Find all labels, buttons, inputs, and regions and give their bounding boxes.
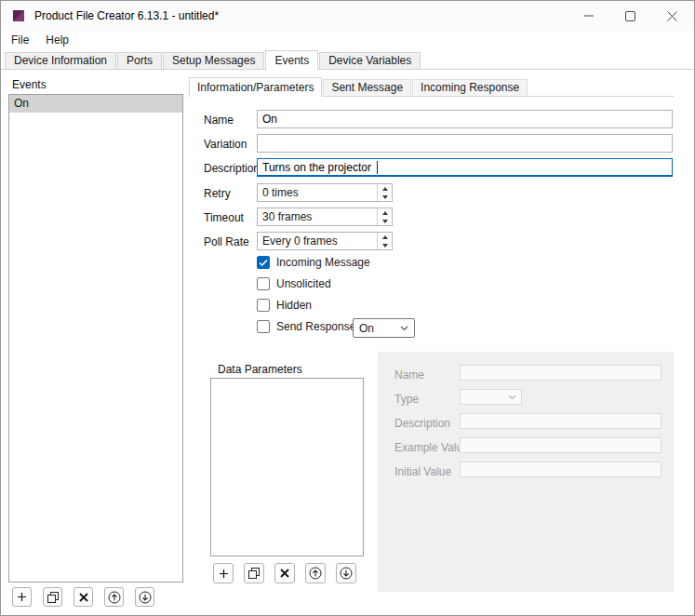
text-cursor (377, 161, 378, 174)
add-event-button[interactable] (12, 587, 32, 607)
retry-label: Retry (204, 187, 231, 200)
parameter-type-label: Type (394, 393, 419, 406)
parameter-example-value-label: Example Value (394, 441, 469, 454)
close-button[interactable] (651, 1, 693, 31)
data-parameters-toolbar (213, 563, 356, 583)
spin-down-icon (382, 220, 388, 223)
send-response-dropdown[interactable]: On (353, 318, 415, 338)
variation-input[interactable] (257, 134, 673, 153)
retry-spin-buttons (377, 184, 392, 201)
tab-events[interactable]: Events (265, 50, 318, 70)
poll-rate-label: Poll Rate (204, 235, 249, 248)
timeout-value: 30 frames (258, 208, 377, 225)
hidden-label: Hidden (276, 298, 312, 313)
app-icon (11, 8, 26, 23)
delete-parameter-button[interactable] (274, 563, 295, 583)
unsolicited-label: Unsolicited (276, 276, 331, 291)
tab-device-information[interactable]: Device Information (5, 52, 116, 69)
add-icon (219, 569, 229, 579)
parameter-initial-value-input (460, 462, 662, 477)
delete-icon (79, 593, 88, 602)
menu-item-help[interactable]: Help (37, 31, 77, 50)
poll-rate-value: Every 0 frames (258, 233, 377, 249)
copy-icon (47, 592, 59, 603)
parameter-name-label: Name (394, 368, 424, 382)
poll-rate-spin-buttons (377, 233, 392, 249)
chevron-down-icon (400, 326, 408, 331)
add-parameter-button[interactable] (213, 563, 234, 583)
parameter-description-label: Description (394, 417, 450, 430)
unsolicited-checkbox[interactable] (257, 277, 270, 290)
title-bar[interactable]: Product File Creator 6.13.1 - untitled* (1, 1, 694, 31)
description-label: Description (204, 162, 260, 175)
hidden-checkbox[interactable] (257, 299, 270, 312)
duplicate-parameter-button[interactable] (244, 563, 264, 583)
incoming-message-label: Incoming Message (276, 255, 370, 270)
events-toolbar (12, 587, 154, 607)
send-response-checkbox[interactable] (257, 320, 270, 333)
move-up-icon (309, 567, 322, 580)
spin-down-icon (382, 244, 388, 248)
send-response-row: Send Response (257, 319, 355, 334)
parameter-description-input (460, 413, 662, 429)
spin-up-icon (382, 187, 388, 191)
retry-spinbox[interactable]: 0 times (257, 183, 393, 202)
poll-rate-spin-up-button[interactable] (378, 233, 392, 241)
maximize-icon (625, 11, 635, 21)
timeout-spin-down-button[interactable] (378, 217, 392, 225)
tab-device-variables[interactable]: Device Variables (319, 52, 421, 69)
incoming-message-row: Incoming Message (257, 255, 370, 270)
menu-item-file[interactable]: File (3, 31, 37, 50)
minimize-icon (584, 11, 594, 20)
incoming-message-checkbox[interactable] (257, 256, 270, 269)
check-icon (259, 259, 268, 267)
tab-ports[interactable]: Ports (117, 52, 162, 69)
retry-spin-down-button[interactable] (378, 193, 392, 201)
move-event-down-button[interactable] (135, 587, 154, 607)
description-input[interactable] (257, 158, 673, 177)
hidden-row: Hidden (257, 298, 312, 313)
poll-rate-spinbox[interactable]: Every 0 frames (257, 232, 393, 250)
name-input[interactable] (257, 110, 673, 128)
menu-bar: File Help (1, 31, 694, 50)
events-list-item-on[interactable]: On (9, 95, 182, 113)
data-parameters-list[interactable] (210, 378, 364, 556)
parameter-name-input (460, 365, 662, 381)
unsolicited-row: Unsolicited (257, 276, 331, 291)
timeout-spinbox[interactable]: 30 frames (257, 208, 393, 226)
delete-event-button[interactable] (74, 587, 93, 607)
duplicate-event-button[interactable] (43, 587, 62, 607)
subtab-sent-message[interactable]: Sent Message (323, 79, 411, 96)
move-down-icon (139, 591, 152, 604)
events-panel-label: Events (12, 78, 47, 91)
subtab-information-parameters[interactable]: Information/Parameters (189, 77, 322, 97)
move-event-up-button[interactable] (104, 587, 124, 607)
retry-spin-up-button[interactable] (378, 184, 392, 193)
window-controls (568, 1, 693, 31)
data-parameters-label: Data Parameters (218, 363, 302, 376)
variation-label: Variation (204, 138, 247, 151)
close-icon (667, 11, 677, 21)
maximize-button[interactable] (609, 1, 651, 31)
events-list[interactable]: On (8, 94, 183, 583)
timeout-spin-up-button[interactable] (378, 208, 392, 217)
move-up-icon (108, 591, 121, 604)
move-parameter-down-button[interactable] (336, 563, 356, 583)
add-icon (17, 592, 27, 602)
chevron-down-icon (508, 395, 516, 400)
minimize-button[interactable] (568, 1, 609, 31)
send-response-dropdown-value: On (359, 322, 374, 335)
spin-down-icon (382, 195, 388, 199)
name-label: Name (204, 114, 234, 127)
parameter-type-dropdown (460, 389, 522, 405)
spin-up-icon (382, 235, 388, 239)
poll-rate-spin-down-button[interactable] (378, 241, 392, 249)
parameter-initial-value-label: Initial Value (394, 465, 451, 478)
subtab-incoming-response[interactable]: Incoming Response (412, 79, 528, 96)
tab-setup-messages[interactable]: Setup Messages (163, 52, 264, 69)
send-response-label: Send Response (276, 319, 355, 334)
spin-up-icon (382, 211, 388, 215)
move-parameter-up-button[interactable] (305, 563, 326, 583)
delete-icon (280, 569, 289, 578)
timeout-label: Timeout (204, 211, 244, 224)
